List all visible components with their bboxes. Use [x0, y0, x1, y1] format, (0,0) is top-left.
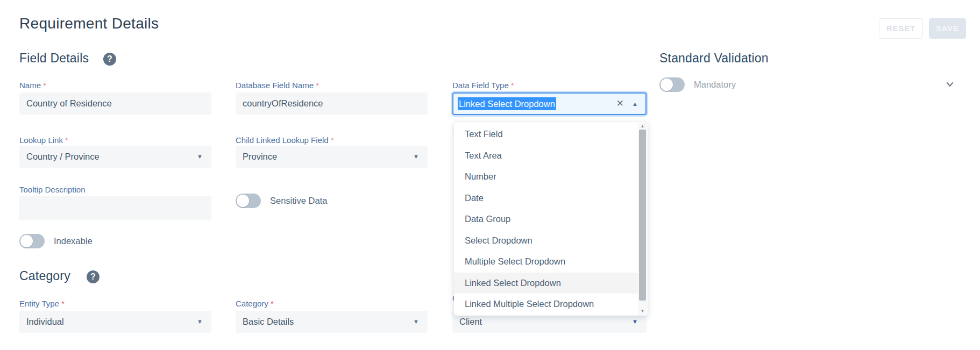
- standard-validation-heading: Standard Validation: [659, 51, 769, 66]
- required-asterisk: *: [316, 81, 319, 90]
- dropdown-option[interactable]: Multiple Select Dropdown: [454, 251, 638, 273]
- child-linked-lookup-field-select[interactable]: Province ▼: [236, 146, 428, 168]
- client-type-value: Client: [459, 317, 482, 326]
- scrollbar-down-arrow[interactable]: ▼: [638, 308, 647, 315]
- lookup-link-label: Lookup Link*: [19, 135, 68, 145]
- name-label-text: Name: [19, 81, 41, 90]
- save-button[interactable]: SAVE: [929, 18, 966, 39]
- category-heading: Category: [19, 269, 70, 283]
- category-select[interactable]: Basic Details ▼: [236, 311, 428, 333]
- dropdown-option[interactable]: Data Group: [454, 209, 638, 230]
- required-asterisk: *: [331, 135, 334, 145]
- entity-type-label-text: Entity Type: [19, 299, 59, 308]
- database-field-name-input[interactable]: countryOfResidence: [236, 92, 428, 115]
- name-input[interactable]: Country of Residence: [19, 92, 211, 115]
- help-icon[interactable]: ?: [87, 270, 100, 283]
- entity-type-select[interactable]: Individual ▼: [19, 311, 211, 333]
- dropdown-option[interactable]: Linked Multiple Select Dropdown: [454, 294, 638, 315]
- requirement-details-page: Requirement Details RESET SAVE Field Det…: [0, 0, 980, 350]
- required-asterisk: *: [271, 299, 274, 308]
- dropdown-option-label: Linked Multiple Select Dropdown: [465, 299, 594, 309]
- dropdown-option[interactable]: Select Dropdown: [454, 230, 638, 252]
- dropdown-option-label: Linked Select Dropdown: [465, 278, 561, 288]
- dropdown-option[interactable]: Date: [454, 188, 638, 209]
- entity-type-label: Entity Type*: [19, 299, 65, 308]
- dropdown-option[interactable]: Number: [454, 166, 638, 188]
- lookup-link-value: Country / Province: [26, 152, 100, 161]
- caret-down-icon: ▼: [413, 311, 419, 333]
- caret-down-icon: ▼: [197, 146, 203, 168]
- data-field-type-options-list: Text FieldText AreaNumberDateData GroupS…: [454, 122, 648, 316]
- field-details-heading: Field Details: [19, 51, 89, 66]
- child-linked-lookup-field-label-text: Child Linked Lookup Field: [236, 135, 329, 145]
- lookup-link-label-text: Lookup Link: [19, 135, 63, 145]
- sensitive-data-label: Sensitive Data: [270, 196, 327, 206]
- dropdown-option[interactable]: Linked Select Dropdown: [454, 273, 638, 294]
- dropdown-option-label: Multiple Select Dropdown: [465, 256, 565, 266]
- entity-type-value: Individual: [26, 317, 64, 326]
- child-linked-lookup-field-label: Child Linked Lookup Field*: [236, 135, 333, 145]
- category-field-label: Category*: [236, 299, 274, 308]
- data-field-type-combobox[interactable]: Linked Select Dropdown ✕ ▲: [452, 92, 647, 115]
- indexable-label: Indexable: [54, 236, 93, 246]
- dropdown-option-label: Text Area: [465, 151, 502, 160]
- combobox-selected-text: Linked Select Dropdown: [458, 97, 556, 110]
- caret-up-icon[interactable]: ▲: [632, 94, 638, 114]
- mandatory-toggle[interactable]: [659, 77, 685, 92]
- required-asterisk: *: [65, 135, 68, 145]
- indexable-toggle[interactable]: [19, 234, 45, 248]
- reset-button[interactable]: RESET: [879, 18, 923, 39]
- dropdown-option[interactable]: Text Area: [454, 145, 638, 167]
- required-asterisk: *: [43, 81, 46, 90]
- name-label: Name*: [19, 81, 46, 90]
- toggle-knob: [237, 195, 249, 207]
- caret-down-icon: ▼: [197, 311, 203, 333]
- dropdown-option-label: Text Field: [465, 129, 503, 139]
- tooltip-description-label: Tooltip Description: [19, 185, 86, 194]
- lookup-link-select[interactable]: Country / Province ▼: [19, 146, 211, 168]
- dropdown-option-label: Select Dropdown: [465, 235, 532, 245]
- toggle-knob: [20, 235, 33, 247]
- data-field-type-label: Data Field Type*: [452, 81, 514, 90]
- category-field-label-text: Category: [236, 299, 268, 308]
- dropdown-option-label: Data Group: [465, 214, 510, 224]
- scrollbar-thumb[interactable]: [639, 130, 646, 301]
- dropdown-option[interactable]: Text Field: [454, 124, 638, 145]
- clear-icon[interactable]: ✕: [616, 94, 624, 114]
- dropdown-scrollbar[interactable]: ▲ ▼: [638, 123, 647, 315]
- toggle-knob: [661, 78, 673, 91]
- caret-down-icon: ▼: [413, 146, 419, 168]
- chevron-down-icon[interactable]: [945, 80, 955, 89]
- scrollbar-up-arrow[interactable]: ▲: [638, 123, 647, 130]
- tooltip-description-input[interactable]: [19, 196, 211, 220]
- data-field-type-options: Text FieldText AreaNumberDateData GroupS…: [454, 124, 648, 315]
- required-asterisk: *: [511, 81, 514, 90]
- child-linked-lookup-field-value: Province: [243, 152, 277, 161]
- dropdown-option-label: Date: [465, 193, 484, 203]
- database-field-name-label: Database Field Name*: [236, 81, 319, 90]
- mandatory-label: Mandatory: [694, 80, 736, 90]
- required-asterisk: *: [61, 299, 65, 308]
- help-icon[interactable]: ?: [103, 53, 116, 66]
- sensitive-data-toggle[interactable]: [236, 194, 261, 208]
- page-title: Requirement Details: [19, 15, 159, 32]
- dropdown-option-label: Number: [465, 172, 496, 181]
- database-field-name-label-text: Database Field Name: [236, 81, 314, 90]
- category-value: Basic Details: [243, 317, 294, 326]
- data-field-type-label-text: Data Field Type: [452, 81, 509, 90]
